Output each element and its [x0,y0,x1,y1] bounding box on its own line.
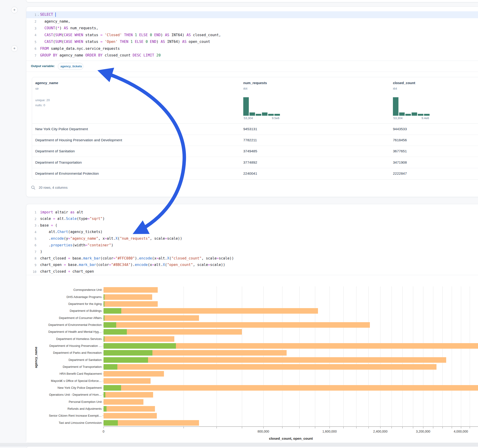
column-stat: nulls: 0 [35,104,45,107]
y-axis-label: Department of Buildings [70,309,102,312]
bar-closed-count [104,357,446,363]
x-axis-tick [343,427,344,428]
line-number: 3 [26,26,37,30]
code-text[interactable]: CAST(SUM(CASE WHEN status = 'Closed' THE… [40,33,221,37]
output-variable-label: Output variable: [31,64,55,68]
bar-closed-count [104,399,143,405]
code-line[interactable]: 2scale = alt.Scale(type="sqrt") [26,216,478,222]
x-axis-tick [470,427,470,428]
code-text[interactable]: alt.Chart(agency_tickets) [40,230,103,234]
y-axis-tick [102,290,104,290]
code-text[interactable]: base = ( [40,224,57,227]
code-line[interactable]: 5 .encode(y="agency_name", x=alt.X("num_… [26,235,478,242]
output-variable-pill[interactable]: agency_tickets [58,63,83,70]
y-axis-label: Personal Exemption Unit [69,400,102,404]
x-axis-tick [263,427,264,428]
search-icon[interactable] [31,185,36,190]
column-header-closed_count[interactable]: closed_counti6453,3049.4e6 [393,77,478,123]
code-line[interactable]: 6FROM sample_data.nyc.service_requests [26,45,478,52]
histogram-bar [250,112,255,116]
x-axis-tick [315,427,315,428]
code-line[interactable]: 7GROUP BY agency_name ORDER BY closed_co… [26,52,478,59]
previous-cell-edge [26,0,478,2]
x-axis-tick-label: 800,000 [258,429,269,433]
y-axis-label: Department of Transportation [63,365,102,368]
code-line[interactable]: 4 alt.Chart(agency_tickets) [26,229,478,236]
histogram-max-label: 9.4e6 [421,116,429,120]
code-text[interactable]: agency_name, [40,20,70,24]
code-text[interactable]: import altair as alt [40,211,83,214]
column-header-num_requests[interactable]: num_requestsi6453,3049.5e6 [243,77,382,123]
code-text[interactable]: SELECT [40,12,56,17]
code-line[interactable]: 5 CAST(SUM(CASE WHEN status = 'Open' THE… [26,38,478,45]
code-line[interactable]: 10chart_closed + chart_open [26,268,478,275]
table-cell: 2222847 [393,168,478,179]
bar-open-count [104,343,176,349]
line-number: 6 [26,47,37,50]
histogram-bar [268,114,274,116]
line-number: 4 [26,33,37,37]
code-line[interactable]: 8chart_closed = base.mark_bar(color="#FF… [26,255,478,262]
y-axis-tick [102,297,104,297]
add-cell-button[interactable]: + [11,45,18,52]
table-cell: Department of Sanitation [35,146,183,157]
x-axis-tick-label: 0 [103,429,104,433]
column-name: num_requests [243,81,267,85]
line-number: 7 [26,54,37,57]
code-line[interactable]: 7) [26,249,478,255]
fold-chevron-icon[interactable]: ⌄ [37,224,40,227]
line-number: 2 [26,20,37,23]
table-row: Department of Sanitation37494853677651 [32,146,478,157]
python-editor[interactable]: 1import altair as alt2scale = alt.Scale(… [26,209,478,275]
plot-area [104,286,478,426]
grid-line [452,286,452,426]
column-header-agency_name[interactable]: agency_namestrunique: 20nulls: 0 [35,77,174,123]
code-text[interactable]: chart_open = base.mark_bar(color="#8BC34… [40,263,225,267]
code-text[interactable]: chart_closed + chart_open [40,270,94,274]
histogram-bar [243,97,249,116]
column-type: i64 [393,87,397,90]
y-axis-tick [102,360,104,360]
bar-closed-count [104,392,153,398]
code-line[interactable]: 3⌄base = ( [26,222,478,229]
y-axis-tick [102,346,104,346]
histogram-min-label: 53,304 [244,116,253,120]
table-cell: 3774892 [243,157,391,168]
bar-open-count [104,308,121,314]
y-axis-tick [102,304,104,304]
code-text[interactable]: chart_closed = base.mark_bar(color="#FFC… [40,257,234,260]
code-text[interactable]: .properties(width="container") [40,244,113,247]
bar-open-count [104,336,104,342]
grid-line [299,286,300,426]
code-text[interactable]: ) [40,250,42,254]
code-line[interactable]: 6 .properties(width="container") [26,242,478,249]
fold-chevron-icon[interactable]: ⌄ [37,14,40,16]
bar-closed-count [104,385,478,391]
x-axis-title: closed_count, open_count [269,436,313,440]
grid-line [263,286,264,426]
code-line[interactable]: 9chart_open = base.mark_bar(color="#8BC3… [26,262,478,268]
code-text[interactable]: .encode(y="agency_name", x=alt.X("num_re… [40,237,182,241]
code-line[interactable]: 2 agency_name, [26,18,478,25]
x-axis-tick [423,427,423,428]
code-text[interactable]: FROM sample_data.nyc.service_requests [40,47,120,51]
line-number: 6 [26,243,37,247]
add-cell-button[interactable]: + [11,7,18,13]
y-axis-tick [102,339,104,339]
table-cell: 7618456 [393,135,478,146]
x-axis-tick [356,427,357,428]
code-text[interactable]: GROUP BY agency_name ORDER BY closed_cou… [40,54,161,57]
y-axis-tick [102,381,104,381]
code-text[interactable]: COUNT(*) AS num_requests, [40,26,98,30]
code-line[interactable]: 1import altair as alt [26,209,478,216]
code-line[interactable]: 1⌄SELECT [26,11,478,18]
table-cell: 3471908 [393,157,478,168]
table-cell: Department of Transportation [35,157,183,168]
table-cell: Department of Housing Preservation and D… [35,135,183,146]
code-text[interactable]: scale = alt.Scale(type="sqrt") [40,217,105,221]
code-line[interactable]: 4 CAST(SUM(CASE WHEN status = 'Closed' T… [26,32,478,39]
code-line[interactable]: 3 COUNT(*) AS num_requests, [26,25,478,32]
code-text[interactable]: CAST(SUM(CASE WHEN status = 'Open' THEN … [40,40,210,44]
x-axis-tick [368,427,369,428]
sql-editor[interactable]: 1⌄SELECT 2 agency_name,3 COUNT(*) AS num… [26,11,478,59]
